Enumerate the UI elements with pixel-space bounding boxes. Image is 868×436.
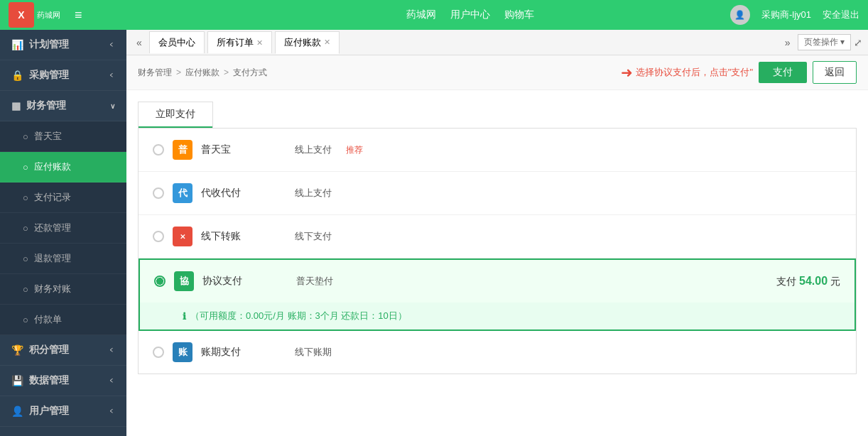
- dai-name: 代收代付: [201, 187, 286, 200]
- radio-dai[interactable]: [153, 187, 164, 199]
- breadcrumb-yingfu: 应付账款: [185, 67, 219, 79]
- payment-option-dai[interactable]: 代 代收代付 线上支付: [139, 172, 856, 215]
- sidebar-item-purchase[interactable]: 🔒 采购管理 ﹤: [0, 60, 126, 91]
- dai-type: 线上支付: [295, 187, 332, 200]
- tab-bar-right: » 页签操作 ▾ ⤢: [781, 34, 862, 50]
- sidebar-item-shuju[interactable]: 💾 数据管理 ﹤: [0, 366, 126, 396]
- huankuan-icon: ○: [23, 223, 28, 234]
- payment-option-xian[interactable]: ✕ 线下转账 线下支付: [139, 215, 856, 258]
- xian-name: 线下转账: [201, 230, 286, 243]
- sidebar-submenu-finance: ○ 普天宝 ○ 应付账款 ○ 支付记录 ○ 还款管理 ○ 退款管理 ○ 财务对账: [0, 121, 126, 335]
- breadcrumb-sep2: >: [224, 67, 229, 77]
- panel-content: 普 普天宝 线上支付 推荐 代 代收代付 线上支付: [138, 128, 857, 374]
- tab-nav-left[interactable]: «: [132, 37, 146, 48]
- fukuan-icon: ○: [23, 315, 28, 325]
- xieyi-sub-info: ℹ （可用额度：0.00元/月 账期：3个月 还款日：10日）: [140, 303, 855, 329]
- finance-icon: ▦: [11, 100, 21, 111]
- top-navbar: X 药城网 ≡ 药城网 用户中心 购物车 👤 采购商-ljy01 安全退出: [0, 0, 868, 30]
- sidebar-item-plan[interactable]: 📊 计划管理 ﹤: [0, 30, 126, 60]
- chevron-icon: ﹤: [108, 70, 115, 80]
- chevron-icon: ﹤: [108, 376, 115, 386]
- fullscreen-icon[interactable]: ⤢: [854, 37, 862, 48]
- tab-close-yingfu[interactable]: ✕: [324, 38, 330, 47]
- payment-option-xieyi-wrap: 協 协议支付 普天垫付 支付 54.00 元 ℹ （可用额度：0.00元/月 账…: [139, 258, 856, 331]
- panel-tab: 立即支付: [138, 102, 213, 128]
- chevron-icon: ﹤: [108, 40, 115, 50]
- sidebar-item-jifen[interactable]: 🏆 积分管理 ﹤: [0, 335, 126, 366]
- chevron-down-icon: ∨: [110, 102, 115, 110]
- ptb-tag: 推荐: [346, 144, 363, 156]
- top-nav-menu: 药城网 用户中心 购物车: [406, 9, 729, 21]
- sidebar-item-zhifu[interactable]: ○ 支付记录: [0, 182, 126, 213]
- breadcrumb: 财务管理 > 应付账款 > 支付方式 ➜ 选择协议支付后，点击"支付" 支付 返…: [126, 55, 868, 90]
- nav-cart[interactable]: 购物车: [504, 9, 534, 21]
- ptb-type: 线上支付: [295, 143, 332, 156]
- right-panel: « 会员中心 所有订单 ✕ 应付账款 ✕ » 页签操作 ▾ ⤢: [126, 30, 868, 436]
- layout: 📊 计划管理 ﹤ 🔒 采购管理 ﹤ ▦ 财务管理 ∨ ○ 普天宝 ○ 应付账款 …: [0, 30, 868, 436]
- sidebar: 📊 计划管理 ﹤ 🔒 采购管理 ﹤ ▦ 财务管理 ∨ ○ 普天宝 ○ 应付账款 …: [0, 30, 126, 436]
- xieyi-icon: 協: [174, 271, 194, 291]
- tab-nav-right[interactable]: »: [781, 37, 795, 48]
- immediate-pay-tab[interactable]: 立即支付: [139, 102, 212, 128]
- logo-text: 药城网: [37, 10, 60, 21]
- sidebar-item-finance[interactable]: ▦ 财务管理 ∨: [0, 91, 126, 121]
- zhifu-icon: ○: [23, 192, 28, 203]
- xian-type: 线下支付: [295, 230, 332, 243]
- tab-ops-button[interactable]: 页签操作 ▾: [798, 34, 851, 50]
- top-nav-right: 👤 采购商-ljy01 安全退出: [730, 5, 859, 25]
- radio-ptb[interactable]: [153, 144, 164, 156]
- sidebar-item-ptb[interactable]: ○ 普天宝: [0, 121, 126, 152]
- nav-yaocheng[interactable]: 药城网: [406, 9, 436, 21]
- breadcrumb-zhifu: 支付方式: [233, 67, 267, 79]
- radio-zhangqi[interactable]: [153, 347, 164, 358]
- ptb-icon: 普: [173, 140, 192, 160]
- shuju-icon: 💾: [11, 375, 23, 386]
- main-content: 财务管理 > 应付账款 > 支付方式 ➜ 选择协议支付后，点击"支付" 支付 返…: [126, 55, 868, 436]
- payment-option-ptb[interactable]: 普 普天宝 线上支付 推荐: [139, 129, 856, 172]
- xieyi-type: 普天垫付: [296, 275, 333, 288]
- breadcrumb-sep1: >: [176, 67, 181, 77]
- breadcrumb-actions: ➜ 选择协议支付后，点击"支付" 支付 返回: [621, 61, 857, 84]
- tab-bar: « 会员中心 所有订单 ✕ 应付账款 ✕ » 页签操作 ▾ ⤢: [126, 30, 868, 55]
- purchase-icon: 🔒: [11, 70, 23, 81]
- pay-annotation: ➜ 选择协议支付后，点击"支付": [621, 64, 753, 81]
- arrow-icon: ➜: [621, 64, 633, 81]
- radio-xieyi[interactable]: [154, 276, 166, 287]
- tab-yingfu[interactable]: 应付账款 ✕: [275, 31, 340, 54]
- dai-icon: 代: [173, 183, 192, 203]
- sidebar-item-tuikuan[interactable]: ○ 退款管理: [0, 244, 126, 274]
- logo-icon: X: [9, 2, 34, 28]
- return-button[interactable]: 返回: [813, 61, 857, 84]
- zhangqi-icon: 账: [173, 342, 192, 362]
- hamburger-icon[interactable]: ≡: [75, 8, 398, 23]
- zhangqi-type: 线下账期: [295, 346, 332, 359]
- sidebar-item-yonghu[interactable]: 👤 用户管理 ﹤: [0, 396, 126, 427]
- pay-button[interactable]: 支付: [759, 62, 807, 83]
- info-icon: ℹ: [183, 311, 186, 322]
- payment-option-xieyi[interactable]: 協 协议支付 普天垫付 支付 54.00 元: [140, 260, 855, 303]
- tab-huiyuan[interactable]: 会员中心: [149, 31, 205, 53]
- payment-panel: 立即支付 普 普天宝 线上支付 推荐 代 代收代付: [126, 90, 868, 386]
- zhangqi-name: 账期支付: [201, 346, 286, 359]
- duizhang-icon: ○: [23, 284, 28, 295]
- tuikuan-icon: ○: [23, 254, 28, 264]
- sidebar-item-duizhang[interactable]: ○ 财务对账: [0, 274, 126, 305]
- plan-icon: 📊: [11, 39, 23, 50]
- chevron-icon: ﹤: [108, 406, 115, 416]
- logout-button[interactable]: 安全退出: [823, 9, 859, 21]
- radio-xian[interactable]: [153, 231, 164, 242]
- tab-orders[interactable]: 所有订单 ✕: [207, 31, 272, 53]
- yonghu-icon: 👤: [11, 405, 23, 417]
- tab-close-orders[interactable]: ✕: [256, 38, 263, 48]
- sidebar-item-yingfu[interactable]: ○ 应付账款: [0, 152, 126, 182]
- sidebar-item-huankuan[interactable]: ○ 还款管理: [0, 213, 126, 244]
- avatar: 👤: [730, 5, 750, 25]
- xieyi-amount: 支付 54.00 元: [776, 275, 840, 288]
- xieyi-name: 协议支付: [202, 275, 288, 288]
- ptb-name: 普天宝: [201, 143, 286, 156]
- payment-option-zhangqi[interactable]: 账 账期支付 线下账期: [139, 331, 856, 374]
- nav-usercenter[interactable]: 用户中心: [450, 9, 490, 21]
- sidebar-item-fukuan[interactable]: ○ 付款单: [0, 305, 126, 335]
- logo[interactable]: X 药城网: [9, 2, 60, 28]
- breadcrumb-left: 财务管理 > 应付账款 > 支付方式: [138, 67, 267, 79]
